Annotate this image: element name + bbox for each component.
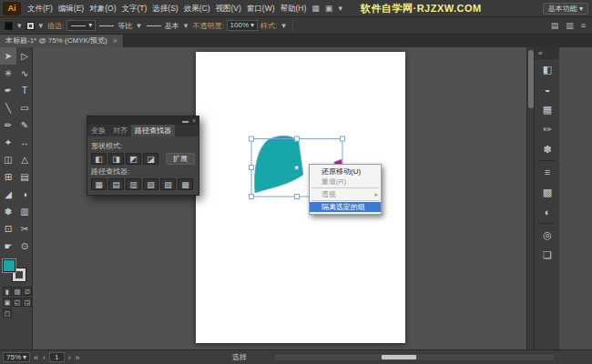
fill-swatch[interactable] xyxy=(5,22,13,30)
next-artboard-icon[interactable]: › xyxy=(67,353,72,362)
layers-panel-icon[interactable]: ❏ xyxy=(535,245,560,265)
color-mode-icon[interactable]: ▮ xyxy=(3,287,12,296)
menu-view[interactable]: 视图(V) xyxy=(213,0,244,17)
tab-transform[interactable]: 变换 xyxy=(87,125,109,136)
stroke-swatch[interactable] xyxy=(26,22,35,30)
direct-selection-tool[interactable]: ▷ xyxy=(16,47,33,65)
magic-wand-tool[interactable]: ✳ xyxy=(0,65,16,82)
blend-tool[interactable]: ◑ xyxy=(16,186,33,203)
symbol-sprayer-tool[interactable]: ✽ xyxy=(0,203,16,220)
panel-title-bar[interactable]: ▬ × xyxy=(87,116,199,125)
workspace-switcher[interactable]: 基本功能 ▾ xyxy=(543,3,588,15)
color-guide-panel-icon[interactable]: ◒ xyxy=(535,79,560,99)
context-item-isolate-group[interactable]: 隔离选定的组 xyxy=(310,202,381,212)
transform-panel-icon[interactable]: ▥ xyxy=(564,21,576,30)
stroke-link-label[interactable]: 描边: xyxy=(47,21,64,31)
style-link-label[interactable]: 样式: xyxy=(260,21,277,31)
arrange-documents-icon[interactable]: ▣ xyxy=(322,0,336,17)
horizontal-scrollbar-thumb[interactable] xyxy=(382,355,416,359)
style-arrow-icon[interactable]: ▾ xyxy=(280,21,288,30)
free-transform-tool[interactable]: ↔ xyxy=(16,134,33,151)
panel-close-icon[interactable]: × xyxy=(192,116,196,125)
uniform-width-arrow-icon[interactable]: ▾ xyxy=(135,21,143,30)
expand-button[interactable]: 扩展 xyxy=(166,153,195,165)
context-item-undo-move[interactable]: 还原移动(U) xyxy=(310,167,381,177)
first-artboard-icon[interactable]: « xyxy=(33,353,39,362)
panel-minimize-icon[interactable]: ▬ xyxy=(182,116,189,125)
outline-button[interactable]: ▨ xyxy=(160,178,176,190)
canvas-area[interactable]: ▬ × 变换 对齐 路径查找器 形状模式: ◧ ◨ ◩ ◪ 扩展 xyxy=(33,47,559,349)
gradient-panel-icon[interactable]: ▩ xyxy=(535,182,560,202)
menu-object[interactable]: 对象(O) xyxy=(87,0,118,17)
column-graph-tool[interactable]: ▥ xyxy=(16,203,33,220)
shape-builder-tool[interactable]: ◫ xyxy=(0,151,16,168)
menu-effect[interactable]: 效果(C) xyxy=(181,0,213,17)
document-tab[interactable]: 未标题-1* @ 75% (CMYK/预览) × xyxy=(0,35,124,47)
stroke-width-select[interactable]: ▾ xyxy=(66,20,96,31)
brush-arrow-icon[interactable]: ▾ xyxy=(182,21,190,30)
document-close-icon[interactable]: × xyxy=(113,35,117,47)
uniform-width-label[interactable]: 等比 xyxy=(117,21,132,31)
opacity-select[interactable]: 100% ▾ xyxy=(227,20,258,31)
draw-inside-icon[interactable]: ◲ xyxy=(23,298,32,307)
merge-button[interactable]: ▥ xyxy=(126,178,141,190)
hand-tool[interactable]: ☛ xyxy=(0,238,16,255)
stroke-panel-icon[interactable]: ≡ xyxy=(535,162,560,182)
unite-button[interactable]: ◧ xyxy=(91,153,107,165)
last-artboard-icon[interactable]: » xyxy=(75,353,81,362)
draw-behind-icon[interactable]: ◱ xyxy=(13,298,22,307)
bridge-icon[interactable]: ▦ xyxy=(309,0,322,17)
align-panel-icon[interactable]: ▤ xyxy=(549,21,561,30)
transparency-panel-icon[interactable]: ◐ xyxy=(535,202,560,222)
perspective-grid-tool[interactable]: △ xyxy=(16,151,33,168)
swatches-panel-icon[interactable]: ▦ xyxy=(535,99,560,119)
symbols-panel-icon[interactable]: ✽ xyxy=(535,139,560,159)
crop-button[interactable]: ▧ xyxy=(143,178,158,190)
artboard-tool[interactable]: ⊡ xyxy=(0,220,16,238)
brushes-panel-icon[interactable]: ✏ xyxy=(535,119,560,139)
rectangle-tool[interactable]: ▭ xyxy=(16,99,33,116)
previous-artboard-icon[interactable]: ‹ xyxy=(42,353,46,362)
menu-type[interactable]: 文字(T) xyxy=(118,0,149,17)
menu-edit[interactable]: 编辑(E) xyxy=(56,0,87,17)
brush-definition-label[interactable]: 基本 xyxy=(165,21,179,31)
mesh-tool[interactable]: ⊞ xyxy=(0,168,16,186)
selection-tool[interactable]: ➤ xyxy=(0,47,16,65)
width-tool[interactable]: ✦ xyxy=(0,134,16,151)
arrange-documents-arrow-icon[interactable]: ▾ xyxy=(335,0,345,17)
none-mode-icon[interactable]: ∅ xyxy=(23,287,32,296)
zoom-level-select[interactable]: 75% ▾ xyxy=(3,352,30,362)
horizontal-scrollbar[interactable] xyxy=(273,353,556,361)
tab-pathfinder[interactable]: 路径查找器 xyxy=(131,125,175,136)
divide-button[interactable]: ▦ xyxy=(91,178,107,190)
stroke-dropdown-icon[interactable]: ▾ xyxy=(37,21,46,30)
gradient-mode-icon[interactable]: ▨ xyxy=(13,287,22,296)
control-menu-icon[interactable]: ≡ xyxy=(579,21,587,30)
tab-align[interactable]: 对齐 xyxy=(109,125,131,136)
color-panel-icon[interactable]: ◧ xyxy=(535,59,560,79)
appearance-panel-icon[interactable]: ◎ xyxy=(535,225,560,245)
menu-help[interactable]: 帮助(H) xyxy=(278,0,310,17)
pen-tool[interactable]: ✒ xyxy=(0,82,16,99)
type-tool[interactable]: T xyxy=(16,82,33,99)
slice-tool[interactable]: ✂ xyxy=(16,220,33,238)
minus-front-button[interactable]: ◨ xyxy=(108,153,124,165)
opacity-link-label[interactable]: 不透明度: xyxy=(192,21,223,31)
draw-normal-icon[interactable]: ▣ xyxy=(3,298,12,307)
line-segment-tool[interactable]: ╲ xyxy=(0,99,16,116)
fill-color-indicator[interactable] xyxy=(3,259,15,272)
paintbrush-tool[interactable]: ✏ xyxy=(0,116,16,134)
menu-select[interactable]: 选择(S) xyxy=(149,0,180,17)
zoom-tool[interactable]: ⊙ xyxy=(16,238,33,255)
menu-window[interactable]: 窗口(W) xyxy=(244,0,278,17)
intersect-button[interactable]: ◩ xyxy=(126,153,141,165)
vertical-scrollbar[interactable] xyxy=(526,47,534,349)
minus-back-button[interactable]: ▩ xyxy=(178,178,193,190)
eyedropper-tool[interactable]: ◢ xyxy=(0,186,16,203)
gradient-tool[interactable]: ▤ xyxy=(16,168,33,186)
trim-button[interactable]: ▤ xyxy=(108,178,124,190)
lasso-tool[interactable]: ∿ xyxy=(16,65,33,82)
pencil-tool[interactable]: ✎ xyxy=(16,116,33,134)
screen-mode-icon[interactable]: ▢ xyxy=(3,308,12,318)
exclude-button[interactable]: ◪ xyxy=(143,153,158,165)
